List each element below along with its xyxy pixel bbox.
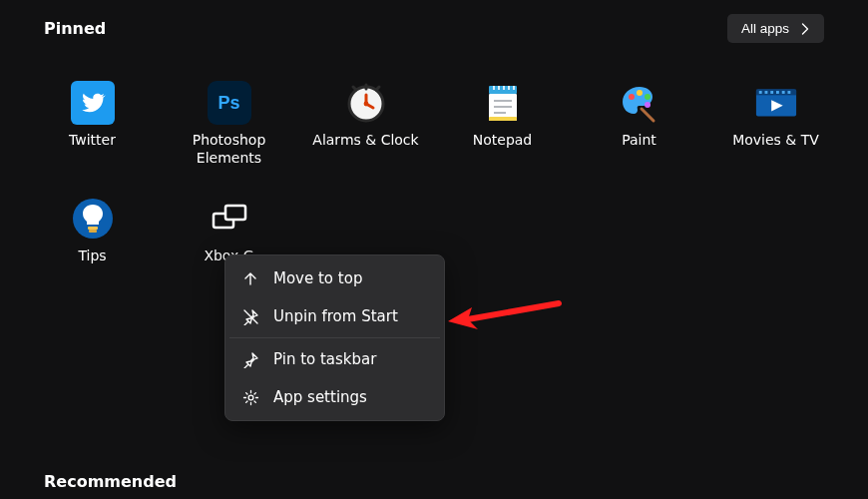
recommended-title: Recommended (44, 472, 177, 491)
pinned-section-header: Pinned All apps (0, 0, 868, 43)
tips-icon (71, 197, 115, 241)
app-twitter[interactable]: Twitter (24, 73, 161, 167)
ctx-unpin-from-start[interactable]: Unpin from Start (225, 297, 444, 335)
app-label: Photoshop Elements (170, 131, 289, 167)
app-notepad[interactable]: Notepad (434, 73, 571, 167)
pinned-apps-grid: Twitter Ps Photoshop Elements Alarms & C… (0, 43, 868, 265)
svg-rect-19 (89, 230, 97, 233)
menu-separator (229, 337, 440, 338)
svg-point-7 (645, 94, 651, 100)
xbox-game-bar-icon (208, 197, 251, 241)
context-menu: Move to top Unpin from Start Pin to task… (224, 254, 445, 421)
app-label: Paint (622, 131, 656, 149)
svg-point-6 (637, 90, 643, 96)
svg-point-1 (363, 102, 368, 107)
all-apps-label: All apps (741, 21, 789, 36)
clock-icon (344, 81, 388, 125)
ctx-label: Move to top (273, 269, 362, 287)
app-tips[interactable]: Tips (24, 189, 161, 264)
photoshop-icon: Ps (208, 81, 251, 125)
svg-rect-13 (770, 91, 773, 94)
app-alarms-clock[interactable]: Alarms & Clock (297, 73, 434, 167)
twitter-icon (71, 81, 115, 125)
svg-rect-15 (781, 91, 784, 94)
svg-rect-16 (787, 91, 790, 94)
ctx-app-settings[interactable]: App settings (225, 378, 444, 416)
app-label: Twitter (69, 131, 116, 149)
svg-point-8 (645, 102, 651, 108)
paint-icon (618, 81, 661, 125)
ctx-label: App settings (273, 388, 367, 406)
pinned-title: Pinned (44, 19, 106, 38)
pin-icon (241, 350, 259, 368)
ctx-label: Pin to taskbar (273, 350, 376, 368)
svg-point-22 (248, 395, 253, 400)
app-label: Tips (78, 247, 106, 264)
movies-tv-icon (754, 81, 798, 125)
svg-rect-21 (225, 206, 245, 220)
svg-rect-18 (88, 227, 98, 230)
app-movies-tv[interactable]: Movies & TV (707, 73, 844, 167)
ctx-move-to-top[interactable]: Move to top (225, 259, 444, 297)
unpin-icon (241, 307, 259, 325)
ctx-pin-to-taskbar[interactable]: Pin to taskbar (225, 340, 444, 378)
notepad-icon (481, 81, 525, 125)
svg-point-5 (629, 94, 635, 100)
annotation-arrow (444, 295, 564, 341)
app-label: Alarms & Clock (312, 131, 418, 149)
app-label: Movies & TV (732, 131, 819, 149)
app-label: Notepad (473, 131, 533, 149)
chevron-right-icon (801, 23, 810, 35)
svg-rect-14 (776, 91, 779, 94)
all-apps-button[interactable]: All apps (727, 14, 824, 43)
svg-rect-12 (764, 91, 767, 94)
svg-rect-11 (758, 91, 761, 94)
ctx-label: Unpin from Start (273, 307, 398, 325)
app-photoshop-elements[interactable]: Ps Photoshop Elements (161, 73, 297, 167)
app-paint[interactable]: Paint (571, 73, 707, 167)
arrow-up-icon (241, 269, 259, 287)
svg-rect-4 (489, 117, 517, 121)
gear-icon (241, 388, 259, 406)
